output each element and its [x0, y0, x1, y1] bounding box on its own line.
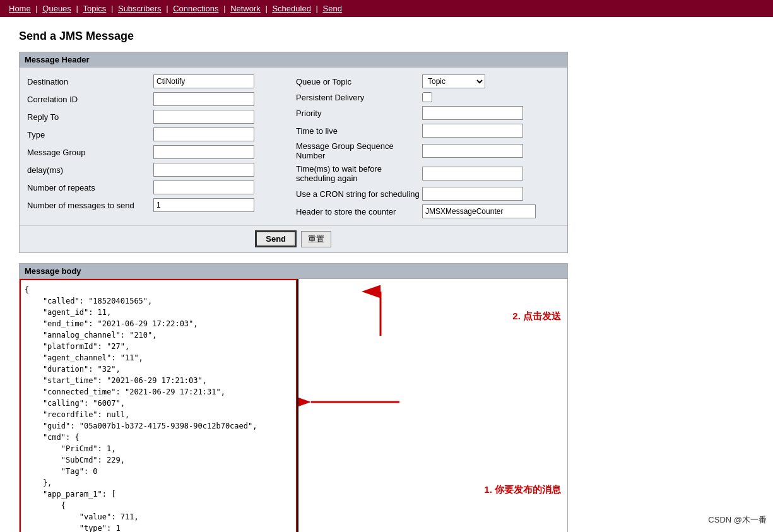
type-row: Type [25, 126, 293, 143]
priority-input[interactable] [422, 106, 523, 120]
type-input[interactable] [153, 127, 254, 141]
correlation-id-input[interactable] [153, 92, 254, 106]
queue-or-topic-label: Queue or Topic [296, 77, 422, 86]
cron-input[interactable] [422, 187, 523, 201]
persistent-delivery-row: Persistent Delivery [293, 90, 562, 104]
header-counter-label: Header to store the counter [296, 207, 422, 216]
nav-connections[interactable]: Connections [173, 4, 218, 13]
header-counter-row: Header to store the counter [293, 203, 562, 220]
num-repeats-row: Number of repeats [25, 179, 293, 196]
cron-row: Use a CRON string for scheduling [293, 185, 562, 203]
queue-or-topic-select[interactable]: Queue Topic [422, 74, 485, 88]
top-navigation: Home | Queues | Topics | Subscribers | C… [0, 0, 773, 17]
header-counter-input[interactable] [422, 204, 536, 218]
message-group-row: Message Group [25, 143, 293, 161]
message-body-content: { "called": "18520401565", "agent_id": 1… [20, 279, 567, 532]
message-body-textarea[interactable]: { "called": "18520401565", "agent_id": 1… [20, 279, 297, 532]
priority-row: Priority [293, 104, 562, 122]
form-grid: Destination Correlation ID Reply To Type [25, 73, 562, 220]
message-header-title: Message Header [20, 52, 567, 68]
message-group-input[interactable] [153, 145, 254, 159]
time-to-live-input[interactable] [422, 124, 523, 138]
msg-group-seq-row: Message Group Sequence Number [293, 139, 562, 162]
reset-button[interactable]: 重置 [301, 231, 331, 247]
num-repeats-input[interactable] [153, 180, 254, 194]
message-header-panel: Message Header Destination Correlation I… [19, 52, 568, 253]
annotation-2-label: 2. 点击发送 [512, 310, 561, 322]
reply-to-row: Reply To [25, 108, 293, 126]
nav-network[interactable]: Network [230, 4, 261, 13]
priority-label: Priority [296, 109, 422, 118]
nav-scheduled[interactable]: Scheduled [272, 4, 310, 13]
num-messages-label: Number of messages to send [27, 201, 153, 210]
nav-queues[interactable]: Queues [42, 4, 71, 13]
main-content: Send a JMS Message Message Header Destin… [0, 17, 773, 532]
annotation-1-label: 1. 你要发布的消息 [484, 484, 561, 496]
delay-input[interactable] [153, 163, 254, 177]
left-column: Destination Correlation ID Reply To Type [25, 73, 293, 220]
time-wait-input[interactable] [422, 167, 523, 180]
watermark: CSDN @木一番 [708, 514, 767, 526]
button-row: Send 重置 [20, 225, 567, 252]
reply-to-label: Reply To [27, 112, 153, 122]
type-label: Type [27, 130, 153, 139]
cron-label: Use a CRON string for scheduling [296, 189, 422, 199]
message-body-title: Message body [20, 264, 567, 279]
message-body-panel: Message body { "called": "18520401565", … [19, 263, 568, 532]
correlation-id-row: Correlation ID [25, 90, 293, 108]
queue-or-topic-row: Queue or Topic Queue Topic [293, 73, 562, 90]
page-title: Send a JMS Message [19, 30, 754, 43]
nav-subscribers[interactable]: Subscribers [118, 4, 162, 13]
time-wait-label: Time(ms) to wait before scheduling again [296, 164, 422, 183]
persistent-delivery-checkbox[interactable] [422, 92, 432, 102]
destination-input[interactable] [153, 74, 254, 88]
send-button[interactable]: Send [256, 231, 296, 247]
right-column: Queue or Topic Queue Topic Persistent De… [293, 73, 562, 220]
persistent-delivery-label: Persistent Delivery [296, 93, 422, 102]
msg-group-seq-label: Message Group Sequence Number [296, 141, 422, 160]
nav-send[interactable]: Send [323, 4, 342, 13]
message-header-body: Destination Correlation ID Reply To Type [20, 68, 567, 225]
nav-topics[interactable]: Topics [83, 4, 106, 13]
num-messages-row: Number of messages to send [25, 196, 293, 214]
time-to-live-label: Time to live [296, 126, 422, 136]
num-messages-input[interactable] [153, 198, 254, 212]
time-wait-row: Time(ms) to wait before scheduling again [293, 162, 562, 185]
destination-row: Destination [25, 73, 293, 90]
delay-label: delay(ms) [27, 165, 153, 175]
time-to-live-row: Time to live [293, 122, 562, 139]
num-repeats-label: Number of repeats [27, 183, 153, 192]
msg-group-seq-input[interactable] [422, 144, 523, 158]
delay-row: delay(ms) [25, 161, 293, 179]
destination-label: Destination [27, 77, 153, 86]
message-body-right-panel: 1. 你要发布的消息 2. 点击发送 [297, 279, 567, 532]
nav-home[interactable]: Home [9, 4, 31, 13]
message-group-label: Message Group [27, 148, 153, 157]
correlation-id-label: Correlation ID [27, 95, 153, 104]
reply-to-input[interactable] [153, 110, 254, 124]
